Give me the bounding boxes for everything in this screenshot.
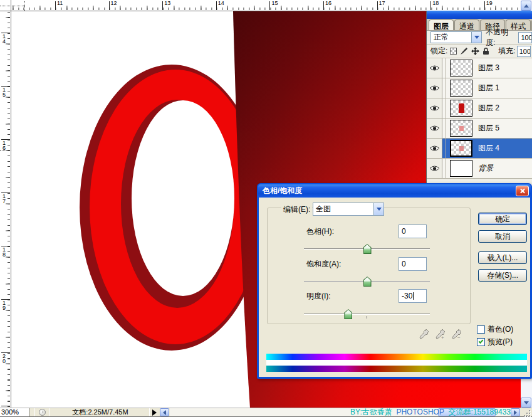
layer-name[interactable]: 图层 2 xyxy=(478,103,499,113)
hue-input[interactable]: 0 xyxy=(399,224,427,238)
visibility-toggle[interactable] xyxy=(427,159,442,178)
photoshop-window: 111213141516171819 1 41 51 61 71 81 92 0… xyxy=(0,0,532,417)
colorize-checkbox[interactable] xyxy=(477,325,485,334)
dialog-titlebar[interactable]: 色相/饱和度 xyxy=(258,184,531,198)
hscroll-right-button[interactable] xyxy=(511,408,520,416)
hue-slider[interactable] xyxy=(304,243,430,255)
watermark-by: BY:古欲香萧 xyxy=(350,408,392,416)
hue-slider-thumb[interactable] xyxy=(363,244,372,254)
load-button[interactable]: 载入(L)... xyxy=(478,251,527,264)
layers-panel: 图层 通道 路径 样式 色 正常 不透明度: 100 锁定: 填充: 100 xyxy=(426,11,532,184)
hue-ramp-original xyxy=(266,354,527,360)
layer-thumbnail[interactable] xyxy=(450,60,472,77)
layer-name[interactable]: 图层 5 xyxy=(478,123,499,134)
close-icon xyxy=(519,188,525,194)
fill-input[interactable]: 100 xyxy=(517,46,531,57)
layer-row[interactable]: 图层 3 xyxy=(427,58,532,78)
layer-row-selected[interactable]: 图层 4 xyxy=(427,139,532,159)
eyedropper-icon[interactable] xyxy=(419,328,430,340)
lightness-slider-thumb[interactable] xyxy=(344,309,352,319)
colorize-label: 着色(O) xyxy=(488,324,513,335)
visibility-toggle[interactable] xyxy=(427,58,442,78)
lock-transparency-icon[interactable] xyxy=(450,48,457,55)
layer-name[interactable]: 图层 4 xyxy=(478,143,499,154)
layer-thumbnail[interactable] xyxy=(450,100,472,117)
watermark-text: BY:古欲香萧 PHOTOSHOP 交流群:155189433 xyxy=(282,408,511,416)
saturation-label: 饱和度(A): xyxy=(306,259,341,270)
lightness-input[interactable]: -30 xyxy=(399,289,427,303)
visibility-toggle[interactable] xyxy=(427,139,442,158)
lightness-label: 明度(I): xyxy=(306,291,331,302)
layer-row[interactable]: 图层 2 xyxy=(427,98,532,119)
resize-grip[interactable] xyxy=(524,410,530,416)
ruler-left[interactable]: 1 41 51 61 71 81 92 02 1 xyxy=(0,11,11,408)
zoom-level-field[interactable]: 300% xyxy=(0,408,29,416)
arrow-left-icon xyxy=(163,410,166,415)
blend-mode-value: 正常 xyxy=(431,32,471,43)
layers-panel-titlebar[interactable] xyxy=(427,11,532,19)
hue-label: 色相(H): xyxy=(306,226,334,237)
layer-thumbnail[interactable] xyxy=(450,120,472,137)
fill-label: 填充: xyxy=(498,46,515,56)
chevron-down-icon[interactable] xyxy=(471,32,481,43)
ok-button[interactable]: 确定 xyxy=(478,213,527,225)
layer-name[interactable]: 图层 3 xyxy=(478,63,499,73)
cursor-marker-horizontal xyxy=(0,6,25,6)
mug-handle-hole xyxy=(132,100,234,296)
visibility-toggle[interactable] xyxy=(427,78,442,98)
scroll-up-button[interactable] xyxy=(521,1,531,11)
edit-channel-value: 全图 xyxy=(313,204,373,214)
status-popup-arrow[interactable] xyxy=(152,409,157,416)
tab-channels[interactable]: 通道 xyxy=(454,19,479,30)
preview-label: 预览(P) xyxy=(488,337,513,347)
save-button[interactable]: 存储(S)... xyxy=(478,269,527,282)
layer-row[interactable]: 图层 5 xyxy=(427,119,532,139)
text-caret xyxy=(413,292,414,300)
layer-name[interactable]: 图层 1 xyxy=(478,83,499,93)
watermark-app: PHOTOSHOP xyxy=(396,408,444,416)
layer-name[interactable]: 背景 xyxy=(478,163,493,174)
arrow-right-icon xyxy=(514,410,517,415)
preview-checkbox[interactable] xyxy=(477,338,485,346)
eye-icon xyxy=(429,145,440,152)
tab-layers[interactable]: 图层 xyxy=(429,19,454,30)
eye-icon xyxy=(429,125,440,132)
scroll-down-button[interactable] xyxy=(521,398,531,408)
close-button[interactable] xyxy=(516,186,529,196)
edit-label: 编辑(E): xyxy=(281,204,312,215)
visibility-toggle[interactable] xyxy=(427,98,442,118)
visibility-toggle[interactable] xyxy=(427,119,442,138)
layer-row[interactable]: 图层 1 xyxy=(427,78,532,98)
slider-center-tick xyxy=(367,316,367,319)
layer-thumbnail[interactable] xyxy=(450,140,472,157)
arrow-down-icon xyxy=(524,401,529,404)
saturation-slider-thumb[interactable] xyxy=(363,277,372,287)
edit-channel-select[interactable]: 全图 xyxy=(313,203,384,216)
colorize-checkbox-row[interactable]: 着色(O) xyxy=(477,324,513,335)
lightness-slider[interactable] xyxy=(304,309,430,320)
eye-icon xyxy=(429,65,440,71)
hue-ramp-adjusted xyxy=(266,366,527,372)
blend-mode-select[interactable]: 正常 xyxy=(430,31,482,43)
lock-all-icon[interactable] xyxy=(482,47,489,55)
layer-thumbnail[interactable] xyxy=(450,80,472,97)
layer-thumbnail[interactable] xyxy=(450,160,472,177)
layer-row[interactable]: 背景 xyxy=(427,159,532,179)
eyedropper-minus-icon[interactable]: − xyxy=(452,328,462,340)
cancel-button[interactable]: 取消 xyxy=(478,230,527,243)
saturation-input[interactable]: 0 xyxy=(399,257,427,271)
lock-paint-brush-icon[interactable] xyxy=(460,47,468,55)
preview-checkbox-row[interactable]: 预览(P) xyxy=(477,337,513,347)
edit-groupbox xyxy=(267,208,471,324)
arrow-up-icon xyxy=(524,4,529,8)
chevron-down-icon[interactable] xyxy=(373,203,383,215)
lock-position-move-icon[interactable] xyxy=(471,47,479,55)
eye-icon xyxy=(429,105,440,112)
hscroll-left-button[interactable] xyxy=(160,408,169,416)
saturation-slider[interactable] xyxy=(304,276,430,287)
eyedropper-plus-icon[interactable]: + xyxy=(436,328,446,340)
lock-label: 锁定: xyxy=(430,46,447,56)
opacity-input[interactable]: 100 xyxy=(518,32,532,43)
dialog-title: 色相/饱和度 xyxy=(263,186,302,196)
ruler-top[interactable]: 111213141516171819 xyxy=(11,0,521,11)
